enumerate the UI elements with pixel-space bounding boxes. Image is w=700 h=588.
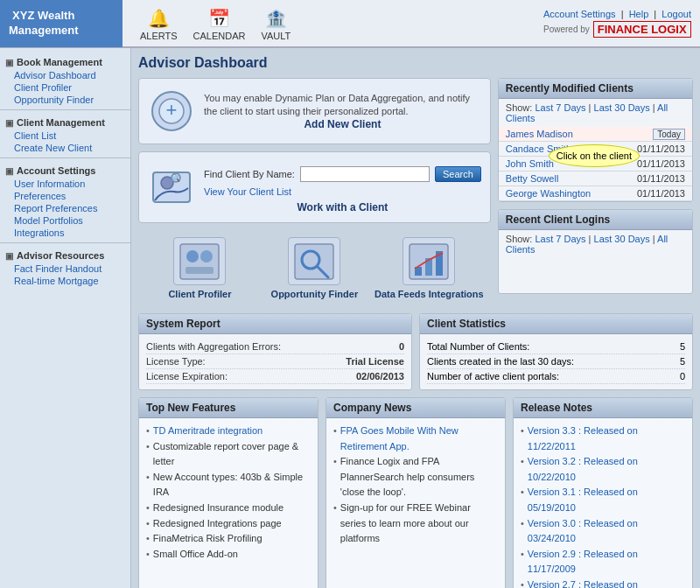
footer-grid: Top New Features TD Ameritrade integrati…	[138, 397, 693, 588]
recently-modified-filter: Show: Last 7 Days | Last 30 Days | All C…	[499, 99, 692, 127]
release-link[interactable]: Version 3.0 : Released on 03/24/2010	[528, 516, 685, 547]
add-client-desc: You may enable Dynamic Plan or Data Aggr…	[204, 92, 481, 119]
company-news-header: Company News	[326, 398, 505, 418]
release-item: Version 3.0 : Released on 03/24/2010	[521, 516, 685, 547]
sidebar-item-realtime-mortgage[interactable]: Real-time Mortgage	[0, 275, 130, 287]
release-link[interactable]: Version 3.3 : Released on 11/22/2011	[528, 424, 685, 454]
feature-item: FinaMetrica Risk Profiling	[146, 531, 311, 547]
sidebar-item-report-preferences[interactable]: Report Preferences	[0, 202, 130, 214]
filter-30-days[interactable]: Last 30 Days	[594, 102, 650, 113]
collapse-icon[interactable]: ▣	[5, 58, 13, 67]
client-date: 01/11/2013	[618, 172, 692, 186]
release-notes-body: Version 3.3 : Released on 11/22/2011 Ver…	[514, 418, 692, 588]
report-row: Clients with Aggregation Errors: 0	[146, 340, 404, 354]
opportunity-finder-img	[288, 237, 340, 285]
feature-item: Customizable report cover page & letter	[146, 439, 311, 470]
sidebar-item-integrations[interactable]: Integrations	[0, 227, 130, 239]
top-features-header: Top New Features	[139, 398, 318, 418]
sidebar-item-user-information[interactable]: User Information	[0, 178, 130, 190]
client-profiler-tile[interactable]: Client Profiler	[145, 237, 255, 299]
sidebar-section-account-settings: ▣ Account Settings	[0, 162, 130, 178]
top-features-panel: Top New Features TD Ameritrade integrati…	[138, 397, 318, 588]
icon-grid: Client Profiler Opportunity Finder	[138, 230, 491, 306]
client-link[interactable]: James Madison	[506, 129, 573, 139]
data-feeds-tile[interactable]: Data Feeds Integrations	[374, 237, 484, 299]
add-client-content: You may enable Dynamic Plan or Data Aggr…	[204, 92, 481, 131]
powered-by: Powered by FINANCE LOGIX	[543, 21, 691, 38]
logins-empty-area	[499, 258, 692, 293]
stats-table: Total Number of Clients: 5 Clients creat…	[420, 334, 692, 389]
client-link[interactable]: George Washington	[506, 188, 591, 199]
opportunity-finder-tile[interactable]: Opportunity Finder	[260, 237, 369, 299]
release-link[interactable]: Version 3.1 : Released on 05/19/2010	[528, 485, 685, 515]
collapse-icon[interactable]: ▣	[5, 118, 13, 128]
sidebar-item-fact-finder[interactable]: Fact Finder Handout	[0, 262, 130, 275]
client-statistics-panel: Client Statistics Total Number of Client…	[419, 313, 693, 390]
sidebar-item-model-portfolios[interactable]: Model Portfolios	[0, 214, 130, 227]
sidebar-section-advisor-resources: ▣ Advisor Resources	[0, 247, 130, 262]
release-item: Version 2.9 : Released on 11/17/2009	[521, 547, 685, 578]
vault-icon: 🏦	[263, 6, 288, 31]
feature-link[interactable]: TD Ameritrade integration	[153, 424, 262, 439]
callout-tooltip: Click on the client	[549, 144, 640, 167]
svg-rect-11	[295, 244, 333, 279]
filter-7-days[interactable]: Last 7 Days	[535, 102, 585, 113]
news-link[interactable]: FPA Goes Mobile With New Retirement App.	[340, 424, 498, 454]
sidebar-item-create-new-client[interactable]: Create New Client	[0, 142, 130, 154]
client-link[interactable]: Betty Sowell	[506, 173, 559, 184]
main-layout: ▣ Book Management Advisor Dashboard Clie…	[0, 48, 700, 588]
help-link[interactable]: Help	[629, 9, 649, 19]
client-profiler-label: Client Profiler	[168, 289, 231, 299]
svg-rect-10	[186, 267, 214, 274]
sidebar-item-client-list[interactable]: Client List	[0, 130, 130, 142]
company-news-body: FPA Goes Mobile With New Retirement App.…	[326, 418, 505, 552]
sidebar-item-advisor-dashboard[interactable]: Advisor Dashboard	[0, 69, 130, 81]
header: XYZ Wealth Management 🔔 ALERTS 📅 CALENDA…	[0, 0, 700, 48]
search-button[interactable]: Search	[435, 166, 481, 182]
main-grid: + You may enable Dynamic Plan or Data Ag…	[138, 78, 693, 306]
nav-alerts[interactable]: 🔔 ALERTS	[140, 6, 178, 41]
feature-item: Redesigned Integrations page	[146, 516, 311, 532]
callout-text: Click on the client	[549, 144, 640, 167]
alerts-icon: 🔔	[146, 6, 171, 31]
top-right-links: Account Settings | Help | Logout Powered…	[543, 9, 700, 38]
client-link[interactable]: John Smith	[506, 158, 554, 169]
release-item: Version 2.7 : Released on 07/15/2009	[521, 578, 685, 588]
login-filter-30-days[interactable]: Last 30 Days	[594, 234, 650, 244]
nav-calendar[interactable]: 📅 CALENDAR	[193, 6, 246, 41]
release-item: Version 3.1 : Released on 05/19/2010	[521, 485, 685, 515]
table-row: George Washington 01/11/2013	[499, 186, 692, 201]
page-title: Advisor Dashboard	[138, 55, 693, 71]
news-item: FPA Goes Mobile With New Retirement App.	[333, 424, 498, 454]
table-row: James Madison Today	[499, 127, 692, 142]
news-item: Finance Logix and FPA PlannerSearch help…	[333, 454, 498, 500]
sidebar-section-client-management: ▣ Client Management	[0, 114, 130, 130]
release-link[interactable]: Version 2.9 : Released on 11/17/2009	[528, 547, 685, 578]
svg-text:+: +	[166, 99, 178, 121]
view-client-list-link[interactable]: View Your Client List	[204, 186, 291, 197]
work-with-client-box[interactable]: 🔍 Find Client By Name: Search View Your …	[138, 151, 491, 223]
sidebar-item-opportunity-finder[interactable]: Opportunity Finder	[0, 94, 130, 106]
sidebar-section-book-management: ▣ Book Management	[0, 53, 130, 69]
collapse-icon[interactable]: ▣	[5, 251, 13, 261]
sidebar-item-preferences[interactable]: Preferences	[0, 190, 130, 202]
collapse-icon[interactable]: ▣	[5, 166, 13, 176]
system-report-panel: System Report Clients with Aggregation E…	[138, 313, 412, 390]
stats-row: Number of active client portals: 0	[427, 369, 685, 384]
nav-vault[interactable]: 🏦 VAULT	[262, 6, 291, 41]
sidebar-item-client-profiler[interactable]: Client Profiler	[0, 81, 130, 94]
add-client-icon: +	[148, 88, 195, 135]
add-new-client-box[interactable]: + You may enable Dynamic Plan or Data Ag…	[138, 78, 491, 144]
release-link[interactable]: Version 2.7 : Released on 07/15/2009	[528, 578, 685, 588]
report-row: License Expiration: 02/06/2013	[146, 369, 404, 384]
logo-text: XYZ Wealth Management	[9, 9, 78, 38]
login-filter-7-days[interactable]: Last 7 Days	[535, 234, 585, 244]
feature-item: Redesigned Insurance module	[146, 500, 311, 516]
release-link[interactable]: Version 3.2 : Released on 10/22/2010	[528, 454, 685, 485]
company-news-panel: Company News FPA Goes Mobile With New Re…	[326, 397, 506, 588]
recent-logins-panel: Recent Client Logins Show: Last 7 Days |…	[498, 209, 693, 294]
search-input[interactable]	[300, 166, 430, 182]
nav-icons: 🔔 ALERTS 📅 CALENDAR 🏦 VAULT	[122, 6, 543, 41]
account-settings-link[interactable]: Account Settings	[543, 9, 616, 19]
logout-link[interactable]: Logout	[662, 9, 691, 19]
